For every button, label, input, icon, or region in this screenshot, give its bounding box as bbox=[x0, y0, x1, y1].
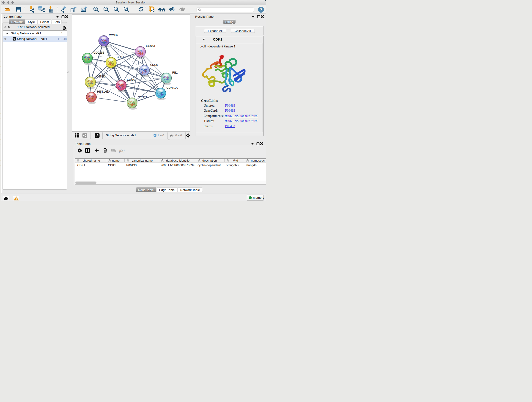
svg-text:CCNA2: CCNA2 bbox=[127, 78, 136, 81]
svg-text:CCNB2: CCNB2 bbox=[109, 33, 118, 37]
svg-text:CCNB1: CCNB1 bbox=[96, 75, 106, 78]
svg-text:f(x): f(x) bbox=[119, 148, 125, 153]
svg-text:RB1: RB1 bbox=[172, 71, 178, 74]
svg-text:CCNE1: CCNE1 bbox=[138, 96, 147, 99]
svg-text:CCNA1: CCNA1 bbox=[146, 44, 155, 48]
svg-text:CDC25B: CDC25B bbox=[94, 51, 104, 54]
svg-text:CDK1: CDK1 bbox=[117, 55, 124, 58]
svg-text:?: ? bbox=[260, 7, 262, 12]
svg-text:CDKN1A: CDKN1A bbox=[167, 86, 178, 89]
svg-text:CDC6: CDC6 bbox=[150, 63, 158, 66]
svg-text:HIST1H1A: HIST1H1A bbox=[97, 90, 110, 93]
